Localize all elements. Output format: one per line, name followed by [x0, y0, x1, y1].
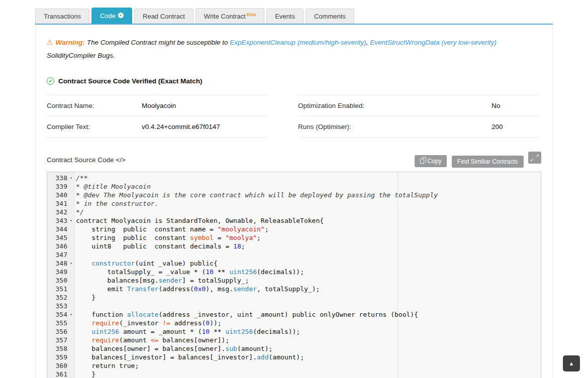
- code-line: 357 require(amount <= balances[owner]);: [47, 336, 541, 344]
- code-text: emit Transfer(address(0x0), msg.sender, …: [75, 285, 320, 293]
- fold-arrow-icon[interactable]: ▾: [67, 216, 75, 225]
- fold-spacer: [67, 293, 75, 302]
- line-number: 339: [47, 182, 67, 191]
- meta-left: Contract Name:MoolyacoinCompiler Text:v0…: [47, 95, 268, 138]
- fold-spacer: [67, 208, 75, 216]
- code-line: 359 balances[_investor] = balances[_inve…: [47, 353, 541, 361]
- fold-arrow-icon[interactable]: ▾: [67, 310, 75, 319]
- fold-spacer: [67, 285, 75, 293]
- code-line: 347: [47, 250, 541, 259]
- code-line: 339* @title Moolyacoin: [47, 182, 541, 191]
- fold-spacer: [67, 361, 75, 370]
- copy-button-label: Copy: [427, 158, 441, 165]
- code-text: }: [75, 293, 95, 302]
- line-number: 344: [47, 225, 67, 233]
- code-text: * in the constructor.: [75, 199, 158, 208]
- code-text: string public constant symbol = "moolya"…: [75, 233, 261, 242]
- warning-icon: ⚠: [47, 38, 53, 46]
- meta-label: Compiler Text:: [47, 123, 142, 131]
- tab-read-contract[interactable]: Read Contract: [134, 9, 193, 24]
- fold-spacer: [67, 336, 75, 344]
- scroll-to-top-button[interactable]: ▲: [563, 355, 580, 371]
- code-text: */: [75, 208, 84, 216]
- line-number: 353: [47, 302, 67, 310]
- fold-spacer: [67, 199, 75, 208]
- code-text: balances[owner] = balances[owner].sub(am…: [75, 344, 272, 353]
- code-text: require(_investor != address(0));: [75, 319, 222, 327]
- verified-row: ✓ Contract Source Code Verified (Exact M…: [47, 77, 541, 85]
- code-line: 360 return true;: [47, 361, 541, 370]
- code-text: [75, 250, 76, 259]
- line-number: 348: [47, 259, 67, 268]
- line-number: 343: [47, 216, 67, 225]
- line-number: 354: [47, 310, 67, 319]
- code-line: 346 uint8 public constant decimals = 18;: [47, 242, 541, 250]
- code-text: string public constant name = "moolyacoi…: [75, 225, 269, 233]
- copy-button[interactable]: Copy: [415, 155, 447, 167]
- find-similar-contracts-button[interactable]: Find Similiar Contracts: [452, 156, 524, 168]
- bug-link-event-struct-wrong-data[interactable]: EventStructWrongData (very low-severity): [370, 39, 496, 46]
- fold-spacer: [67, 225, 75, 233]
- line-number: 340: [47, 191, 67, 199]
- expand-icon: ↙: [530, 156, 534, 163]
- code-line: 344 string public constant name = "mooly…: [47, 225, 541, 233]
- code-line: 349 totalSupply_ = _value * (10 ** uint2…: [47, 268, 541, 276]
- line-number: 357: [47, 336, 67, 344]
- code-line: 343▾contract Moolyacoin is StandardToken…: [47, 216, 541, 225]
- fold-spacer: [67, 250, 75, 259]
- tab-bar: TransactionsCode✓Read ContractWrite Cont…: [35, 0, 553, 25]
- meta-row: Optimization Enabled:No: [298, 95, 539, 116]
- meta-value: 200: [492, 123, 503, 131]
- code-line: 348▾ constructor(uint _value) public{: [47, 259, 541, 268]
- fold-spacer: [67, 242, 75, 250]
- meta-row: Runs (Optimiser):200: [298, 116, 539, 138]
- code-line: 342*/: [47, 208, 541, 216]
- verified-check-icon: ✓: [47, 77, 54, 85]
- fold-spacer: [67, 353, 75, 361]
- fold-arrow-icon[interactable]: ▾: [67, 174, 75, 182]
- code-line: 355 require(_investor != address(0));: [47, 319, 541, 327]
- code-text: contract Moolyacoin is StandardToken, Ow…: [75, 216, 324, 225]
- line-number: 361: [47, 370, 67, 378]
- meta-label: Runs (Optimiser):: [298, 123, 492, 131]
- tab-comments[interactable]: Comments: [306, 9, 354, 24]
- line-number: 356: [47, 327, 67, 336]
- line-number: 346: [47, 242, 67, 250]
- line-number: 352: [47, 293, 67, 302]
- warning-banner: ⚠Warning:The Compiled Contract might be …: [47, 36, 541, 62]
- fold-spacer: [67, 268, 75, 276]
- code-line: 361 }: [47, 370, 541, 378]
- tab-label: Events: [275, 13, 295, 20]
- fold-arrow-icon[interactable]: ▾: [67, 259, 75, 268]
- tab-label: Code: [100, 12, 116, 20]
- tab-check-icon: ✓: [118, 13, 124, 18]
- code-line: 352 }: [47, 293, 541, 302]
- tab-transactions[interactable]: Transactions: [35, 9, 89, 24]
- code-text: balances[msg.sender] = totalSupply_;: [75, 276, 249, 285]
- code-text: }: [75, 370, 95, 378]
- code-text: balances[_investor] = balances[_investor…: [75, 353, 304, 361]
- contract-meta: Contract Name:MoolyacoinCompiler Text:v0…: [47, 95, 541, 138]
- fold-spacer: [67, 327, 75, 336]
- fold-spacer: [67, 276, 75, 285]
- bug-link-exp-exponent-cleanup[interactable]: ExpExponentCleanup (medium/high-severity…: [230, 39, 366, 46]
- tab-label: Write Contract: [204, 13, 246, 20]
- warning-text-before: The Compiled Contract might be susceptib…: [87, 39, 230, 46]
- code-text: require(amount <= balances[owner]);: [75, 336, 229, 344]
- code-line: 358 balances[owner] = balances[owner].su…: [47, 344, 541, 353]
- line-number: 349: [47, 268, 67, 276]
- code-line: 338▾/**: [47, 174, 541, 182]
- tab-events[interactable]: Events: [266, 9, 304, 24]
- code-editor[interactable]: 338▾/**339* @title Moolyacoin340* @dev T…: [47, 172, 541, 378]
- meta-value: No: [492, 102, 500, 109]
- expand-button[interactable]: ↗↙: [528, 152, 541, 164]
- meta-row: Compiler Text:v0.4.24+commit.e67f0147: [47, 116, 268, 138]
- code-text: return true;: [75, 361, 139, 370]
- content-panel: ⚠Warning:The Compiled Contract might be …: [35, 25, 553, 378]
- tab-label: Read Contract: [143, 13, 185, 20]
- tab-write-contract[interactable]: Write ContractBeta: [195, 8, 264, 24]
- code-text: function allocate(address _investor, uin…: [75, 310, 418, 319]
- tab-code[interactable]: Code✓: [91, 8, 132, 24]
- warning-label: Warning:: [56, 39, 85, 46]
- fold-spacer: [67, 233, 75, 242]
